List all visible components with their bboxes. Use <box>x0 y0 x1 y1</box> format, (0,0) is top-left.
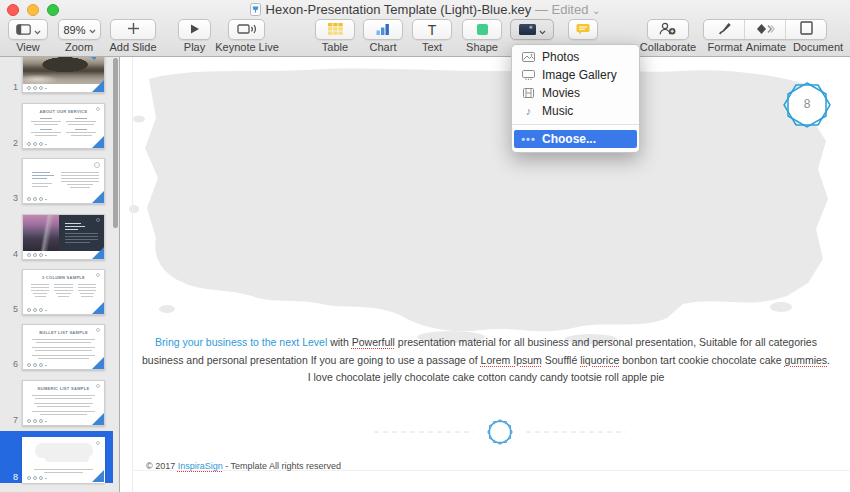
menu-item-label: Photos <box>542 50 579 64</box>
document-icon <box>800 21 813 39</box>
keynote-live-label: Keynote Live <box>203 41 291 53</box>
page-number-hexagon[interactable]: 8 <box>778 77 836 133</box>
body-text: with <box>327 336 352 348</box>
view-label: View <box>0 41 56 53</box>
media-dropdown-menu: Photos Image Gallery Movies ♪ Music ••• … <box>511 44 640 153</box>
misspelled-word: liquorice <box>580 354 619 366</box>
animate-diamond-icon <box>756 21 775 39</box>
slide-thumbnail-1[interactable] <box>22 57 105 93</box>
thumbnail-content <box>23 280 104 297</box>
zoom-label: Zoom <box>50 41 108 53</box>
text-icon: T <box>428 22 437 38</box>
edited-status: — Edited <box>535 2 588 17</box>
chart-button[interactable] <box>363 19 403 40</box>
play-icon <box>189 21 200 39</box>
body-text: bonbon tart cookie chocolate cake <box>619 354 784 366</box>
comment-button[interactable] <box>568 19 598 40</box>
document-label: Document <box>786 41 850 53</box>
chevron-down-icon <box>89 24 96 36</box>
sidebar-scrollbar[interactable] <box>113 58 118 228</box>
slide-number: 7 <box>4 415 18 425</box>
title-chevron-icon[interactable]: ⌄ <box>592 5 600 16</box>
inspector-segmented-control <box>703 19 827 40</box>
slide-number: 3 <box>4 193 18 203</box>
slide-number: 8 <box>4 472 18 482</box>
body-text: Soufflé <box>542 354 580 366</box>
hexagon-ornament[interactable] <box>374 412 626 452</box>
play-button[interactable] <box>178 19 211 40</box>
hexagon-dots <box>27 86 47 90</box>
slide-thumbnail-2[interactable]: ABOUT OUR SERVICE <box>22 103 105 149</box>
plus-icon <box>127 21 140 39</box>
add-slide-button[interactable] <box>110 19 156 40</box>
slide-canvas: 8 Bring your business to the next Level … <box>121 57 850 492</box>
text-label: Text <box>412 41 452 53</box>
shape-label: Shape <box>457 41 507 53</box>
menu-item-choose[interactable]: ••• Choose... <box>514 130 637 148</box>
zoom-value: 89% <box>63 24 85 36</box>
menu-item-image-gallery[interactable]: Image Gallery <box>512 66 639 84</box>
zoom-select[interactable]: 89% <box>58 19 101 40</box>
slide-number: 1 <box>4 82 18 92</box>
menu-separator <box>512 124 639 125</box>
menu-item-photos[interactable]: Photos <box>512 48 639 66</box>
text-button[interactable]: T <box>412 19 452 40</box>
animate-button[interactable] <box>744 20 785 39</box>
media-icon <box>519 24 536 35</box>
thumbnail-content <box>23 391 104 415</box>
collaborate-icon <box>658 21 678 39</box>
keynote-document-icon <box>250 3 261 19</box>
comment-icon <box>576 21 590 39</box>
format-brush-icon <box>717 21 732 39</box>
format-button[interactable] <box>704 20 744 39</box>
misspelled-word: gummies <box>784 354 827 366</box>
slide-number: 5 <box>4 304 18 314</box>
view-button[interactable] <box>8 19 48 40</box>
page-number: 8 <box>778 97 836 111</box>
keynote-live-button[interactable] <box>228 19 265 40</box>
slide-number: 6 <box>4 359 18 369</box>
document-title: Hexon-Presentation Template (Light)-Blue… <box>266 2 532 17</box>
slide-thumbnail-5[interactable]: 3 COLUMN SAMPLE <box>22 269 105 315</box>
table-label: Table <box>315 41 355 53</box>
media-button[interactable] <box>510 19 554 40</box>
slide-body-textbox[interactable]: Bring your business to the next Level wi… <box>141 334 831 387</box>
collaborate-label: Collaborate <box>632 41 704 53</box>
chart-icon <box>376 21 390 39</box>
table-icon <box>328 21 343 39</box>
slide-thumbnail-7[interactable]: NUMERIC LIST SAMPLE <box>22 380 105 426</box>
collaborate-button[interactable] <box>647 19 689 40</box>
chevron-down-icon <box>539 21 546 39</box>
movies-icon <box>521 88 536 98</box>
view-icon <box>16 21 31 39</box>
slide-number: 2 <box>4 138 18 148</box>
menu-item-label: Image Gallery <box>542 68 617 82</box>
photos-icon <box>521 52 536 62</box>
slide-thumbnail-4[interactable] <box>22 214 105 260</box>
thumbnail-content <box>23 114 104 136</box>
slide-left-edge <box>132 57 133 492</box>
menu-item-music[interactable]: ♪ Music <box>512 102 639 120</box>
chart-label: Chart <box>363 41 403 53</box>
menu-item-label: Movies <box>542 86 580 100</box>
shape-button[interactable] <box>462 19 502 40</box>
misspelled-word: Powerfull <box>352 336 395 348</box>
menu-item-movies[interactable]: Movies <box>512 84 639 102</box>
copyright-textbox[interactable]: © 2017 InspiraSign - Template All rights… <box>146 461 341 471</box>
slide-thumbnail-6[interactable]: BULLET LIST SAMPLE <box>22 324 105 370</box>
document-button[interactable] <box>785 20 826 39</box>
slide-thumbnail-8-selected[interactable] <box>22 437 105 483</box>
slide-number: 4 <box>4 249 18 259</box>
window-title: Hexon-Presentation Template (Light)-Blue… <box>0 2 850 19</box>
table-button[interactable] <box>315 19 355 40</box>
image-gallery-icon <box>521 70 536 80</box>
brand-name: InspiraSign <box>178 461 223 471</box>
misspelled-word: Lorem Ipsum <box>481 354 542 366</box>
ellipsis-icon: ••• <box>521 133 536 145</box>
slide-thumbnail-3[interactable] <box>22 158 105 204</box>
corner-triangle <box>92 80 104 92</box>
add-slide-label: Add Slide <box>102 41 164 53</box>
slide-navigator: 1 ABOUT OUR SERVICE 2 3 <box>0 57 120 492</box>
shape-icon <box>477 24 488 35</box>
thumbnail-content <box>31 467 96 473</box>
